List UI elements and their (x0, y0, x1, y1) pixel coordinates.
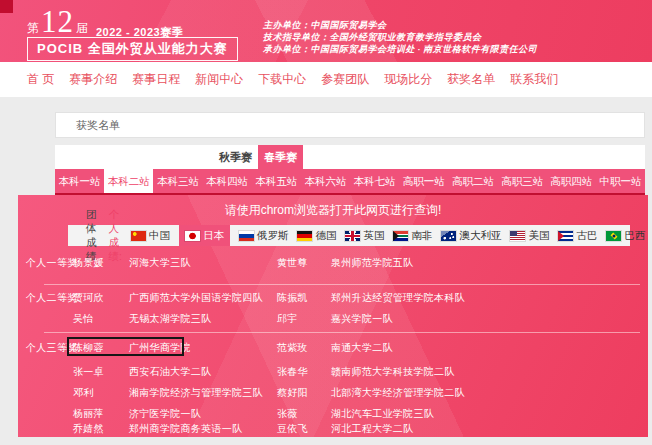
tab-station-vocational-3[interactable]: 高职三站 (498, 169, 547, 193)
tab-station-undergrad-3[interactable]: 本科三站 (153, 169, 202, 193)
page-title: 获奖名单 (55, 112, 645, 138)
row-divider (44, 284, 640, 285)
search-highlight-box (67, 337, 184, 356)
winner-team: 河海大学三队 (129, 256, 191, 270)
award-row: 个人一等奖: 杨景媛 河海大学三队 黄世尊 泉州师范学院五队 (18, 256, 648, 272)
country-label: 巴西 (624, 229, 645, 243)
award-row: 乔婧然 郑州商学院商务英语一队 豆依飞 河北工程大学二队 (18, 422, 648, 437)
nav-item-contact[interactable]: 联系我们 (510, 71, 558, 88)
site-logo: POCIB 全国外贸从业能力大赛 (27, 37, 238, 61)
winner-name: 黄世尊 (277, 256, 308, 270)
usa-flag-icon (510, 231, 525, 241)
country-filter-china[interactable]: 中国 (131, 225, 170, 246)
winner-team: 嘉兴学院一队 (331, 312, 393, 326)
organizer-line: 技术指导单位：全国外经贸职业教育教学指导委员会 (263, 31, 537, 43)
country-label: 美国 (528, 229, 549, 243)
country-label: 南非 (411, 229, 432, 243)
tab-station-undergrad-1[interactable]: 本科一站 (55, 169, 104, 193)
winner-name: 陈振凯 (277, 291, 308, 305)
winner-team: 河北工程大学二队 (331, 422, 413, 436)
winner-team: 济宁医学院一队 (129, 407, 201, 421)
edition-number: 12 (39, 4, 76, 39)
nav-item-live-score[interactable]: 现场比分 (384, 71, 432, 88)
winner-team: 郑州商学院商务英语一队 (129, 422, 242, 436)
winner-name: 张薇 (277, 407, 298, 421)
cuba-flag-icon (558, 231, 573, 241)
tab-station-vocational-4[interactable]: 高职四站 (547, 169, 596, 193)
award-panel: 请使用chrom浏览器打开此网页进行查询! 团体成绩 个人成绩: 中国 日本 俄… (18, 195, 648, 437)
winner-name: 杨景媛 (73, 256, 104, 270)
country-label: 古巴 (576, 229, 597, 243)
page: 第12届 2022 - 2023赛季 POCIB 全国外贸从业能力大赛 主办单位… (0, 0, 652, 445)
country-label: 英国 (363, 229, 384, 243)
winner-team: 泉州师范学院五队 (331, 256, 413, 270)
nav-item-schedule[interactable]: 赛事日程 (132, 71, 180, 88)
winner-name: 杨丽萍 (73, 407, 104, 421)
award-row: 吴怡 无锡太湖学院三队 邱宇 嘉兴学院一队 (18, 312, 648, 328)
winner-name: 邱宇 (277, 312, 298, 326)
china-flag-icon (131, 231, 146, 241)
winner-team: 湘南学院经济与管理学院三队 (129, 386, 263, 400)
award-row: 个人二等奖: 贾珂欣 广西师范大学外国语学院四队 陈振凯 郑州升达经贸管理学院本… (18, 291, 648, 307)
winner-team: 郑州升达经贸管理学院本科队 (331, 291, 465, 305)
winner-team: 北部湾大学经济管理学院二队 (331, 386, 465, 400)
country-filter-uk[interactable]: 英国 (345, 225, 384, 246)
award-row: 邓利 湘南学院经济与管理学院三队 蔡好阳 北部湾大学经济管理学院二队 (18, 386, 648, 402)
winner-name: 豆依飞 (277, 422, 308, 436)
nav-item-news[interactable]: 新闻中心 (195, 71, 243, 88)
country-filter-germany[interactable]: 德国 (297, 225, 336, 246)
country-label: 中国 (149, 229, 170, 243)
country-label: 俄罗斯 (257, 229, 289, 243)
country-filter-japan[interactable]: 日本 (179, 225, 230, 246)
winner-name: 贾珂欣 (73, 291, 104, 305)
station-tab-bar: 本科一站 本科二站 本科三站 本科四站 本科五站 本科六站 本科七站 高职一站 … (55, 169, 645, 193)
country-label: 日本 (203, 229, 224, 243)
winner-team: 西安石油大学二队 (129, 365, 211, 379)
nav-item-awards[interactable]: 获奖名单 (447, 71, 495, 88)
row-divider (44, 332, 640, 333)
award-row: 杨丽萍 济宁医学院一队 张薇 湖北汽车工业学院三队 (18, 407, 648, 423)
site-header: 第12届 2022 - 2023赛季 POCIB 全国外贸从业能力大赛 主办单位… (0, 0, 652, 62)
result-filter-bar: 团体成绩 个人成绩: 中国 日本 俄罗斯 德国 英国 南非 澳大利亚 美国 古巴… (68, 225, 630, 246)
nav-item-download[interactable]: 下载中心 (258, 71, 306, 88)
country-filter-russia[interactable]: 俄罗斯 (239, 225, 289, 246)
tab-station-undergrad-2[interactable]: 本科二站 (104, 169, 153, 193)
edition-suffix: 届 (76, 21, 88, 35)
winner-team: 湖北汽车工业学院三队 (331, 407, 434, 421)
germany-flag-icon (297, 231, 312, 241)
country-filter-usa[interactable]: 美国 (510, 225, 549, 246)
country-filter-australia[interactable]: 澳大利亚 (441, 225, 501, 246)
winner-name: 蔡好阳 (277, 386, 308, 400)
organizer-line: 承办单位：中国国际贸易学会培训处 · 南京世格软件有限责任公司 (263, 43, 537, 55)
uk-flag-icon (345, 231, 360, 241)
tab-station-undergrad-5[interactable]: 本科五站 (252, 169, 301, 193)
nav-item-teams[interactable]: 参赛团队 (321, 71, 369, 88)
tab-station-vocational-1[interactable]: 高职一站 (399, 169, 448, 193)
winner-team: 广西师范大学外国语学院四队 (129, 291, 263, 305)
award-row: 张一卓 西安石油大学二队 张春华 赣南师范大学科技学院二队 (18, 365, 648, 381)
winner-name: 乔婧然 (73, 422, 104, 436)
tab-station-undergrad-4[interactable]: 本科四站 (203, 169, 252, 193)
country-filter-brazil[interactable]: 巴西 (606, 225, 645, 246)
russia-flag-icon (239, 231, 254, 241)
tab-station-vocational-2[interactable]: 高职二站 (448, 169, 497, 193)
tabs-box: 秋季赛 春季赛 本科一站 本科二站 本科三站 本科四站 本科五站 本科六站 本科… (55, 145, 645, 195)
tab-spring-season[interactable]: 春季赛 (258, 145, 303, 169)
tab-station-undergrad-7[interactable]: 本科七站 (350, 169, 399, 193)
country-filter-southafrica[interactable]: 南非 (393, 225, 432, 246)
australia-flag-icon (441, 231, 456, 241)
tab-station-undergrad-6[interactable]: 本科六站 (301, 169, 350, 193)
country-label: 德国 (315, 229, 336, 243)
winner-team: 南通大学二队 (331, 341, 393, 355)
edition-prefix: 第 (27, 21, 39, 35)
japan-flag-icon (185, 231, 200, 241)
nav-item-intro[interactable]: 赛事介绍 (69, 71, 117, 88)
tab-station-secondary-1[interactable]: 中职一站 (596, 169, 645, 193)
main-nav: 首 页 赛事介绍 赛事日程 新闻中心 下载中心 参赛团队 现场比分 获奖名单 联… (0, 62, 652, 97)
tab-autumn-season[interactable]: 秋季赛 (213, 145, 258, 169)
nav-item-home[interactable]: 首 页 (27, 71, 54, 88)
winner-name: 吴怡 (73, 312, 94, 326)
organizers-block: 主办单位：中国国际贸易学会 技术指导单位：全国外经贸职业教育教学指导委员会 承办… (263, 19, 537, 55)
country-filter-cuba[interactable]: 古巴 (558, 225, 597, 246)
brazil-flag-icon (606, 231, 621, 241)
